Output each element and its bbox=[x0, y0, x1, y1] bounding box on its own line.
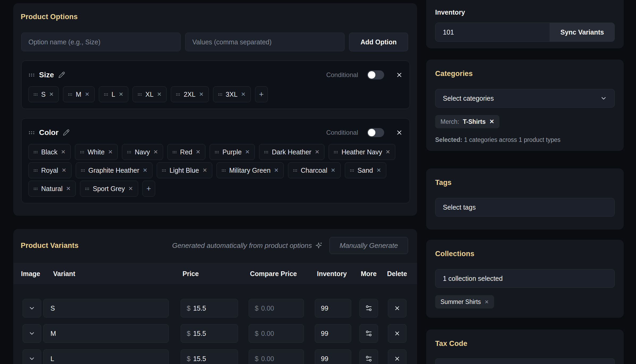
drag-handle-icon[interactable] bbox=[127, 150, 131, 154]
variant-name-input[interactable] bbox=[44, 355, 168, 363]
remove-value-icon[interactable]: ✕ bbox=[61, 149, 66, 155]
variant-price-field[interactable]: $ 15.5 bbox=[181, 324, 238, 343]
drag-handle-icon[interactable] bbox=[33, 187, 38, 191]
remove-value-icon[interactable]: ✕ bbox=[128, 185, 133, 192]
variant-compare-price-field[interactable]: $ 0.00 bbox=[249, 324, 304, 343]
drag-handle-icon[interactable] bbox=[28, 130, 35, 135]
option-value-chip[interactable]: Charcoal ✕ bbox=[288, 162, 341, 178]
remove-value-icon[interactable]: ✕ bbox=[315, 149, 320, 155]
tax-code-input[interactable] bbox=[435, 358, 615, 364]
remove-category-icon[interactable]: ✕ bbox=[489, 118, 494, 125]
drag-handle-icon[interactable] bbox=[104, 93, 108, 96]
drag-handle-icon[interactable] bbox=[293, 169, 297, 172]
option-value-chip[interactable]: Navy ✕ bbox=[122, 144, 163, 160]
variant-delete-button[interactable] bbox=[388, 349, 406, 364]
option-value-chip[interactable]: 2XL ✕ bbox=[171, 86, 209, 102]
edit-pencil-icon[interactable] bbox=[63, 129, 70, 136]
drag-handle-icon[interactable] bbox=[138, 93, 142, 96]
variant-more-button[interactable] bbox=[359, 324, 378, 343]
variant-price-field[interactable]: $ 15.5 bbox=[181, 299, 238, 318]
variant-delete-button[interactable] bbox=[388, 299, 406, 318]
drag-handle-icon[interactable] bbox=[162, 169, 166, 172]
remove-value-icon[interactable]: ✕ bbox=[66, 185, 71, 192]
option-value-chip[interactable]: M ✕ bbox=[63, 86, 94, 102]
variant-delete-button[interactable] bbox=[388, 324, 406, 343]
variant-more-button[interactable] bbox=[359, 349, 378, 364]
add-value-button[interactable]: + bbox=[255, 86, 268, 102]
variant-price-field[interactable]: $ 15.5 bbox=[181, 349, 238, 364]
remove-value-icon[interactable]: ✕ bbox=[85, 91, 90, 98]
remove-value-icon[interactable]: ✕ bbox=[153, 149, 158, 155]
inventory-input[interactable] bbox=[435, 23, 550, 41]
drag-handle-icon[interactable] bbox=[172, 150, 177, 154]
option-value-chip[interactable]: 3XL ✕ bbox=[213, 86, 251, 102]
remove-value-icon[interactable]: ✕ bbox=[157, 91, 162, 98]
sync-variants-button[interactable]: Sync Variants bbox=[550, 23, 614, 41]
option-value-chip[interactable]: Dark Heather ✕ bbox=[259, 144, 324, 160]
categories-select[interactable]: Select categories bbox=[435, 89, 615, 108]
manually-generate-button[interactable]: Manually Generate bbox=[329, 237, 408, 254]
drag-handle-icon[interactable] bbox=[33, 169, 38, 172]
remove-value-icon[interactable]: ✕ bbox=[143, 167, 147, 173]
collection-chip[interactable]: Summer Shirts ✕ bbox=[435, 295, 494, 308]
remove-option-icon[interactable] bbox=[396, 129, 403, 136]
drag-handle-icon[interactable] bbox=[68, 93, 72, 96]
variant-inventory-input[interactable] bbox=[315, 304, 351, 312]
variant-more-button[interactable] bbox=[359, 299, 378, 318]
remove-value-icon[interactable]: ✕ bbox=[119, 91, 124, 98]
drag-handle-icon[interactable] bbox=[85, 187, 89, 191]
drag-handle-icon[interactable] bbox=[28, 73, 35, 77]
variant-compare-price-field[interactable]: $ 0.00 bbox=[249, 299, 304, 318]
remove-value-icon[interactable]: ✕ bbox=[199, 91, 204, 98]
remove-value-icon[interactable]: ✕ bbox=[202, 167, 207, 173]
drag-handle-icon[interactable] bbox=[33, 150, 38, 154]
variant-inventory-field[interactable] bbox=[315, 299, 351, 318]
expand-row-button[interactable] bbox=[23, 299, 41, 318]
option-values-input[interactable] bbox=[185, 33, 345, 51]
drag-handle-icon[interactable] bbox=[80, 150, 84, 154]
option-value-chip[interactable]: Graphite Heather ✕ bbox=[76, 162, 152, 178]
remove-value-icon[interactable]: ✕ bbox=[331, 167, 336, 173]
variant-name-field[interactable] bbox=[43, 349, 169, 364]
option-value-chip[interactable]: Red ✕ bbox=[167, 144, 205, 160]
variant-inventory-input[interactable] bbox=[315, 330, 351, 337]
variant-inventory-field[interactable] bbox=[315, 349, 351, 364]
remove-value-icon[interactable]: ✕ bbox=[274, 167, 279, 173]
variant-name-field[interactable] bbox=[43, 299, 169, 318]
remove-value-icon[interactable]: ✕ bbox=[108, 149, 113, 155]
option-value-chip[interactable]: XL ✕ bbox=[133, 86, 167, 102]
option-value-chip[interactable]: Light Blue ✕ bbox=[157, 162, 212, 178]
variant-name-input[interactable] bbox=[44, 304, 168, 312]
drag-handle-icon[interactable] bbox=[264, 150, 268, 154]
drag-handle-icon[interactable] bbox=[215, 150, 219, 154]
edit-pencil-icon[interactable] bbox=[58, 71, 65, 78]
option-name-input[interactable] bbox=[21, 33, 181, 51]
expand-row-button[interactable] bbox=[23, 324, 41, 343]
conditional-toggle[interactable] bbox=[367, 70, 384, 79]
variant-name-input[interactable] bbox=[44, 330, 168, 337]
remove-value-icon[interactable]: ✕ bbox=[196, 149, 201, 155]
remove-value-icon[interactable]: ✕ bbox=[385, 149, 390, 155]
tags-select[interactable]: Select tags bbox=[435, 198, 615, 217]
option-value-chip[interactable]: Royal ✕ bbox=[28, 162, 71, 178]
remove-value-icon[interactable]: ✕ bbox=[49, 91, 54, 98]
option-value-chip[interactable]: S ✕ bbox=[28, 86, 59, 102]
add-value-button[interactable]: + bbox=[142, 181, 155, 197]
variant-inventory-field[interactable] bbox=[315, 324, 351, 343]
option-value-chip[interactable]: Sand ✕ bbox=[345, 162, 386, 178]
remove-value-icon[interactable]: ✕ bbox=[376, 167, 381, 173]
remove-value-icon[interactable]: ✕ bbox=[62, 167, 66, 173]
remove-value-icon[interactable]: ✕ bbox=[241, 91, 246, 98]
drag-handle-icon[interactable] bbox=[33, 93, 38, 96]
variant-compare-price-field[interactable]: $ 0.00 bbox=[249, 349, 304, 364]
add-option-button[interactable]: Add Option bbox=[349, 33, 408, 51]
variant-inventory-input[interactable] bbox=[315, 355, 351, 363]
remove-collection-icon[interactable]: ✕ bbox=[485, 299, 489, 305]
option-value-chip[interactable]: Heather Navy ✕ bbox=[329, 144, 395, 160]
option-value-chip[interactable]: White ✕ bbox=[75, 144, 118, 160]
drag-handle-icon[interactable] bbox=[334, 150, 338, 154]
option-value-chip[interactable]: Purple ✕ bbox=[210, 144, 255, 160]
expand-row-button[interactable] bbox=[23, 349, 41, 364]
drag-handle-icon[interactable] bbox=[218, 93, 222, 96]
remove-option-icon[interactable] bbox=[396, 71, 403, 78]
